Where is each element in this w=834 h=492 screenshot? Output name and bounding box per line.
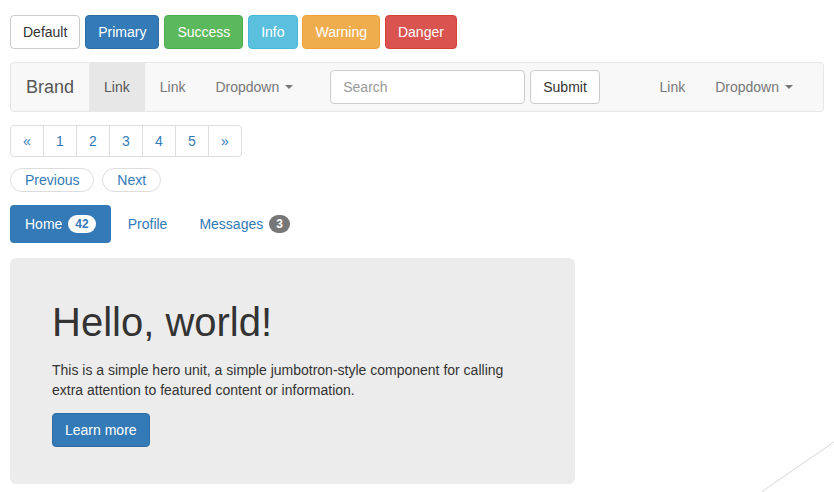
submit-button[interactable]: Submit [530, 70, 600, 104]
caret-down-icon [285, 85, 293, 89]
pill-profile[interactable]: Profile [113, 205, 183, 243]
success-button[interactable]: Success [164, 15, 243, 49]
primary-button[interactable]: Primary [85, 15, 159, 49]
pagination-page-5[interactable]: 5 [175, 125, 209, 157]
diagonal-line-decoration [762, 441, 834, 492]
info-button[interactable]: Info [248, 15, 297, 49]
pager: Previous Next [10, 168, 824, 192]
default-button[interactable]: Default [10, 15, 80, 49]
pill-home-label: Home [25, 216, 62, 232]
pill-messages-label: Messages [199, 216, 263, 232]
search-input[interactable] [330, 70, 525, 104]
navbar-dropdown-label: Dropdown [215, 79, 279, 95]
navbar-right-nav: Link Dropdown [644, 63, 823, 111]
navbar-dropdown[interactable]: Dropdown [200, 63, 308, 111]
navbar-search-form: Submit [330, 63, 600, 111]
pagination-next[interactable]: » [208, 125, 242, 157]
button-toolbar: Default Primary Success Info Warning Dan… [10, 15, 824, 49]
pagination-prev[interactable]: « [10, 125, 44, 157]
next-button[interactable]: Next [102, 168, 161, 192]
navbar-right-dropdown[interactable]: Dropdown [700, 63, 808, 111]
pagination-page-4[interactable]: 4 [142, 125, 176, 157]
home-badge: 42 [68, 215, 95, 233]
jumbotron-text: This is a simple hero unit, a simple jum… [52, 360, 532, 400]
page: Default Primary Success Info Warning Dan… [0, 0, 834, 492]
jumbotron: Hello, world! This is a simple hero unit… [10, 258, 575, 484]
previous-button[interactable]: Previous [10, 168, 94, 192]
jumbotron-title: Hello, world! [52, 300, 535, 344]
pagination: « 1 2 3 4 5 » [10, 125, 824, 157]
navbar: Brand Link Link Dropdown Submit Link Dro… [10, 62, 824, 112]
navbar-link-active[interactable]: Link [89, 63, 145, 111]
pagination-page-2[interactable]: 2 [76, 125, 110, 157]
navbar-right-link[interactable]: Link [644, 63, 700, 111]
pill-home[interactable]: Home 42 [10, 205, 111, 243]
pill-messages[interactable]: Messages 3 [184, 205, 305, 243]
pill-profile-label: Profile [128, 216, 168, 232]
navbar-link[interactable]: Link [145, 63, 201, 111]
navbar-right-dropdown-label: Dropdown [715, 79, 779, 95]
nav-pills: Home 42 Profile Messages 3 [10, 205, 824, 243]
navbar-left-nav: Link Link Dropdown [89, 63, 308, 111]
navbar-brand[interactable]: Brand [11, 63, 89, 111]
pagination-page-1[interactable]: 1 [43, 125, 77, 157]
caret-down-icon [785, 85, 793, 89]
pagination-page-3[interactable]: 3 [109, 125, 143, 157]
messages-badge: 3 [269, 215, 290, 233]
danger-button[interactable]: Danger [385, 15, 457, 49]
warning-button[interactable]: Warning [302, 15, 380, 49]
learn-more-button[interactable]: Learn more [52, 413, 150, 447]
